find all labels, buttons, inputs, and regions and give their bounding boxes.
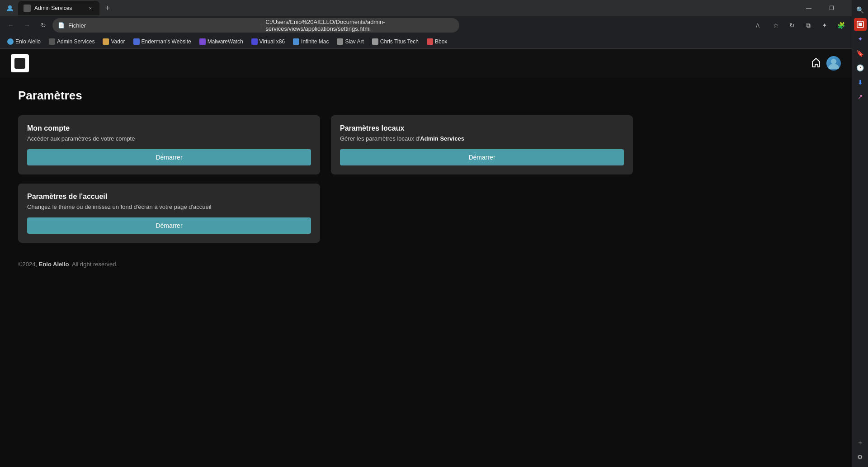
bookmark-label-admin: Admin Services <box>57 38 94 45</box>
svg-point-5 <box>831 59 836 64</box>
top-cards-row: Mon compte Accéder aux paramètres de vot… <box>18 115 633 175</box>
address-bar: ← → ↻ 📄 Fichier | C:/Users/Enio%20AIELLO… <box>0 16 868 34</box>
main-content: Paramètres Mon compte Accéder aux paramè… <box>0 78 651 278</box>
bookmark-virtual-x86[interactable]: Virtual x86 <box>248 37 288 47</box>
bookmark-label-infinite: Infinite Mac <box>301 38 329 45</box>
back-button[interactable]: ← <box>4 18 18 33</box>
sidebar-history-icon[interactable]: 🕐 <box>854 61 867 74</box>
sidebar-collections-icon[interactable]: 🔖 <box>854 47 867 60</box>
bookmark-favicon-vador <box>103 38 109 45</box>
new-tab-button[interactable]: + <box>101 2 114 14</box>
card-parametres-locaux-title: Paramètres locaux <box>340 124 624 132</box>
card-parametres-locaux: Paramètres locaux Gérer les paramètres l… <box>331 115 633 175</box>
svg-rect-4 <box>14 58 25 69</box>
sidebar-copilot-icon[interactable]: ✦ <box>854 33 867 45</box>
bookmark-favicon-chris <box>372 38 378 45</box>
bookmark-chris-titus[interactable]: Chris Titus Tech <box>368 37 422 47</box>
split-view-button[interactable]: ⧉ <box>801 18 816 33</box>
footer-copyright: ©2024, <box>18 261 39 268</box>
bookmark-favicon-enderman <box>133 38 140 45</box>
tab-title: Admin Services <box>34 5 83 11</box>
maximize-button[interactable]: ❐ <box>821 1 842 15</box>
user-avatar[interactable] <box>826 56 841 71</box>
bookmark-enio-aiello[interactable]: Enio Aiello <box>4 37 44 47</box>
tab-bar: Admin Services × + — ❐ ✕ <box>0 0 868 16</box>
tab-bar-left <box>4 2 16 14</box>
active-tab[interactable]: Admin Services × <box>18 1 99 15</box>
card-parametres-locaux-button[interactable]: Démarrer <box>340 149 624 165</box>
home-button[interactable] <box>811 57 821 70</box>
card-mon-compte-title: Mon compte <box>27 124 311 132</box>
browser-chrome: Admin Services × + — ❐ ✕ ← → ↻ 📄 Fichier… <box>0 0 868 49</box>
url-separator: | <box>260 22 262 29</box>
bookmark-infinite-mac[interactable]: Infinite Mac <box>289 37 332 47</box>
bookmark-favicon-virtual <box>251 38 258 45</box>
url-path: C:/Users/Enio%20AIELLO/Documents/admin-s… <box>265 19 454 32</box>
bookmark-label-malware: MalwareWatch <box>208 38 243 45</box>
bookmark-label-enderman: Enderman's Website <box>142 38 191 45</box>
bookmark-admin-services[interactable]: Admin Services <box>45 37 98 47</box>
bookmark-favicon-infinite <box>293 38 299 45</box>
bookmark-slav-art[interactable]: Slav Art <box>333 37 367 47</box>
tab-favicon <box>24 5 31 12</box>
card-mon-compte-desc: Accéder aux paramètres de votre compte <box>27 135 311 142</box>
sidebar-add-icon[interactable]: + <box>854 436 867 449</box>
card-parametres-locaux-desc: Gérer les paramètres locaux d'Admin Serv… <box>340 135 624 142</box>
page-title: Paramètres <box>18 89 633 103</box>
app-header-right <box>811 56 841 71</box>
bookmark-label-enio: Enio Aiello <box>15 38 41 45</box>
app-logo <box>11 54 29 72</box>
bookmark-button[interactable]: ☆ <box>769 18 783 33</box>
footer-author: Enio Aiello <box>39 261 69 268</box>
bookmark-vador[interactable]: Vador <box>99 37 128 47</box>
refresh-button[interactable]: ↻ <box>785 18 799 33</box>
bookmark-favicon-admin <box>49 38 55 45</box>
bookmark-favicon-enio <box>7 38 14 45</box>
card-parametres-locaux-desc-bold: Admin Services <box>420 135 464 142</box>
card-parametres-locaux-desc-prefix: Gérer les paramètres locaux d' <box>340 135 420 142</box>
bookmark-label-vador: Vador <box>111 38 125 45</box>
sidebar-workspaces-icon[interactable] <box>854 18 867 31</box>
sidebar-share-icon[interactable]: ↗ <box>854 90 867 103</box>
sidebar-search-icon[interactable]: 🔍 <box>854 4 867 16</box>
bookmark-malwarewatch[interactable]: MalwareWatch <box>196 37 247 47</box>
card-mon-compte-button[interactable]: Démarrer <box>27 149 311 165</box>
bookmark-enderman[interactable]: Enderman's Website <box>130 37 195 47</box>
footer-rights: . All right reserved. <box>69 261 118 268</box>
url-bar[interactable]: 📄 Fichier | C:/Users/Enio%20AIELLO/Docum… <box>52 18 459 33</box>
bookmarks-bar: Enio Aiello Admin Services Vador Enderma… <box>0 34 868 49</box>
bookmark-label-virtual: Virtual x86 <box>259 38 285 45</box>
bookmark-favicon-malware <box>199 38 206 45</box>
bottom-cards-row: Paramètres de l'accueil Changez le thème… <box>18 184 633 243</box>
address-bar-right: A ☆ ↻ ⧉ ✦ 🧩 ⋯ <box>752 18 864 33</box>
copilot-button[interactable]: ✦ <box>817 18 832 33</box>
bookmark-bbox[interactable]: Bbox <box>423 37 451 47</box>
url-protocol: Fichier <box>68 22 257 29</box>
card-parametres-accueil: Paramètres de l'accueil Changez le thème… <box>18 184 320 243</box>
app-header <box>0 49 852 78</box>
minimize-button[interactable]: — <box>798 1 819 15</box>
reload-button[interactable]: ↻ <box>36 18 51 33</box>
bookmark-favicon-bbox <box>427 38 433 45</box>
svg-point-0 <box>8 5 12 9</box>
bookmark-favicon-slav <box>337 38 343 45</box>
card-accueil-title: Paramètres de l'accueil <box>27 193 311 201</box>
bookmark-label-chris: Chris Titus Tech <box>380 38 419 45</box>
url-protocol-icon: 📄 <box>58 22 65 28</box>
svg-rect-3 <box>859 23 862 26</box>
page-content: Paramètres Mon compte Accéder aux paramè… <box>0 49 852 467</box>
forward-button[interactable]: → <box>20 18 34 33</box>
footer: ©2024, Enio Aiello. All right reserved. <box>18 261 633 268</box>
tab-close-button[interactable]: × <box>87 5 94 12</box>
sidebar-settings-icon[interactable]: ⚙ <box>854 451 867 463</box>
sidebar-downloads-icon[interactable]: ⬇ <box>854 76 867 89</box>
svg-text:A: A <box>756 23 760 29</box>
card-mon-compte: Mon compte Accéder aux paramètres de vot… <box>18 115 320 175</box>
bookmark-label-slav: Slav Art <box>345 38 363 45</box>
profile-button[interactable] <box>4 2 16 14</box>
browser-sidebar: 🔍 ✦ 🔖 🕐 ⬇ ↗ + ⚙ <box>852 0 868 467</box>
translate-button[interactable]: A <box>752 18 767 33</box>
card-accueil-button[interactable]: Démarrer <box>27 217 311 234</box>
card-accueil-desc: Changez le thème ou définissez un fond d… <box>27 203 311 210</box>
extensions-button[interactable]: 🧩 <box>834 18 848 33</box>
